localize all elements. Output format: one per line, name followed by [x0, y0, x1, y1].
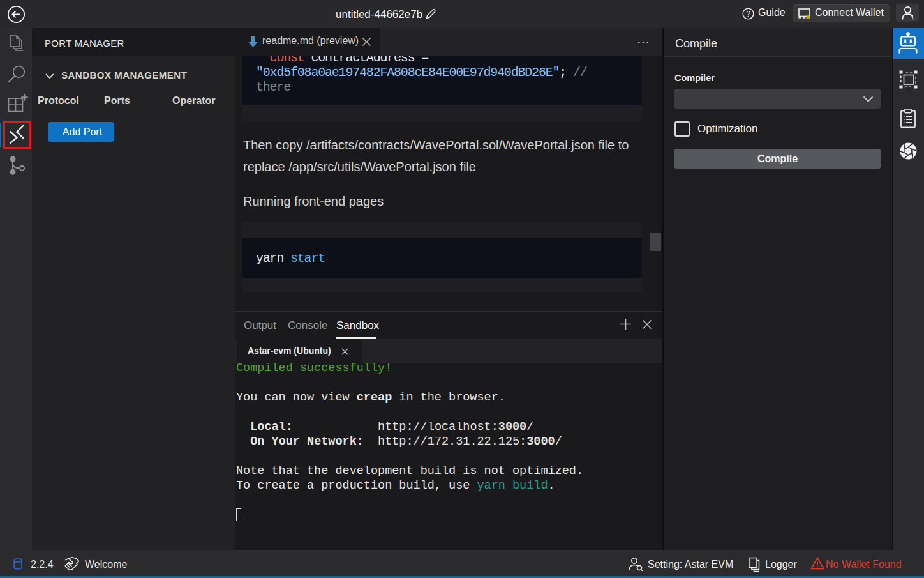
- svg-text:?: ?: [746, 10, 750, 19]
